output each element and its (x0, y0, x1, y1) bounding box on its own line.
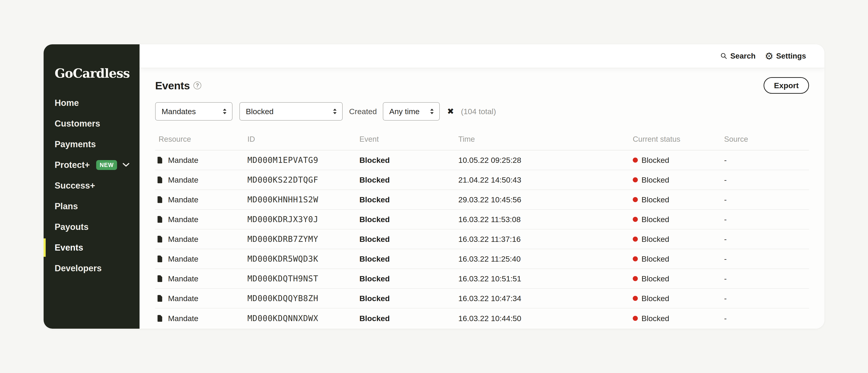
id-cell: MD000KDR5WQD3K (247, 254, 360, 263)
resource-cell: Mandate (155, 175, 247, 184)
status-label: Blocked (642, 274, 669, 283)
search-label: Search (730, 52, 755, 60)
sidebar-item-developers[interactable]: Developers (43, 258, 140, 279)
sidebar-item-customers[interactable]: Customers (43, 113, 140, 134)
table-body: Mandate MD000M1EPVATG9 Blocked 10.05.22 … (155, 150, 809, 328)
table-row[interactable]: Mandate MD000KDQTH9NST Blocked 16.03.22 … (155, 269, 809, 289)
event-filter-value: Blocked (246, 107, 274, 116)
export-button[interactable]: Export (764, 77, 809, 94)
resource-cell: Mandate (155, 156, 247, 165)
settings-label: Settings (776, 52, 806, 60)
table-row[interactable]: Mandate MD000KS22DTQGF Blocked 21.04.22 … (155, 170, 809, 190)
sidebar-item-label: Customers (55, 119, 100, 128)
sidebar-item-payouts[interactable]: Payouts (43, 217, 140, 237)
page-title: Events (155, 79, 190, 92)
source-cell: - (724, 195, 809, 204)
resource-cell: Mandate (155, 195, 247, 204)
sidebar-nav: Home Customers Payments Protect+ NEW Suc… (43, 92, 140, 279)
resource-cell: Mandate (155, 294, 247, 303)
resource-label: Mandate (168, 175, 198, 184)
document-icon (157, 235, 163, 243)
resource-cell: Mandate (155, 235, 247, 244)
sidebar-item-plans[interactable]: Plans (43, 196, 140, 217)
time-cell: 16.03.22 11:25:40 (458, 255, 633, 263)
gocardless-logo: GoCardless (55, 66, 130, 81)
created-filter-value: Any time (389, 107, 420, 116)
main-card: Search ⚙ Settings Events ? Export (140, 44, 825, 329)
document-icon (157, 275, 163, 282)
table-row[interactable]: Mandate MD000KHNHH1S2W Blocked 29.03.22 … (155, 190, 809, 210)
help-icon[interactable]: ? (193, 82, 201, 89)
time-cell: 16.03.22 10:47:34 (458, 294, 633, 303)
column-header: Time (458, 135, 633, 144)
resource-cell: Mandate (155, 274, 247, 283)
table-row[interactable]: Mandate MD000KDRB7ZYMY Blocked 16.03.22 … (155, 229, 809, 249)
status-label: Blocked (642, 215, 669, 224)
column-header: Resource (155, 135, 247, 144)
status-dot-icon (633, 236, 638, 241)
event-cell: Blocked (360, 294, 458, 303)
table-row[interactable]: Mandate MD000KDQQYB8ZH Blocked 16.03.22 … (155, 289, 809, 309)
sidebar-item-label: Success+ (55, 181, 95, 191)
search-icon (720, 52, 727, 60)
chevron-down-icon (123, 163, 129, 167)
event-cell: Blocked (360, 195, 458, 204)
resource-cell: Mandate (155, 314, 247, 323)
resource-label: Mandate (168, 274, 198, 283)
filter-bar: Mandates Blocked Created Any time (155, 102, 809, 121)
column-header: Current status (633, 135, 724, 144)
source-cell: - (724, 156, 809, 165)
event-cell: Blocked (360, 274, 458, 283)
id-cell: MD000KS22DTQGF (247, 175, 360, 184)
search-button[interactable]: Search (720, 52, 755, 60)
select-arrows-icon (222, 108, 227, 115)
table-row[interactable]: Mandate MD000KDRJX3Y0J Blocked 16.03.22 … (155, 210, 809, 229)
document-icon (157, 196, 163, 203)
settings-button[interactable]: ⚙ Settings (765, 51, 806, 61)
app-shell: GoCardless Home Customers Payments Prote… (43, 44, 825, 329)
id-cell: MD000KDRJX3Y0J (247, 215, 360, 224)
status-dot-icon (633, 197, 638, 202)
time-cell: 16.03.22 11:37:16 (458, 235, 633, 244)
status-dot-icon (633, 157, 638, 163)
resource-filter-value: Mandates (162, 107, 196, 116)
time-cell: 21.04.22 14:50:43 (458, 175, 633, 184)
sidebar-item-payments[interactable]: Payments (43, 134, 140, 154)
status-cell: Blocked (633, 215, 724, 224)
resource-cell: Mandate (155, 255, 247, 263)
status-dot-icon (633, 217, 638, 222)
resource-label: Mandate (168, 294, 198, 303)
source-cell: - (724, 175, 809, 184)
column-header: Source (724, 135, 809, 144)
created-filter-select[interactable]: Any time (383, 102, 440, 121)
new-badge: NEW (96, 160, 117, 170)
sidebar-item-success[interactable]: Success+ (43, 175, 140, 196)
table-row[interactable]: Mandate MD000KDQNNXDWX Blocked 16.03.22 … (155, 309, 809, 328)
status-label: Blocked (642, 294, 669, 303)
status-cell: Blocked (633, 195, 724, 204)
source-cell: - (724, 294, 809, 303)
resource-filter-select[interactable]: Mandates (155, 102, 232, 121)
clear-filter-icon[interactable]: ✖ (447, 107, 454, 116)
sidebar-item-home[interactable]: Home (43, 92, 140, 113)
status-dot-icon (633, 296, 638, 301)
sidebar-item-label: Developers (55, 263, 102, 273)
document-icon (157, 255, 163, 262)
event-filter-select[interactable]: Blocked (239, 102, 343, 121)
resource-cell: Mandate (155, 215, 247, 224)
status-label: Blocked (642, 195, 669, 204)
table-row[interactable]: Mandate MD000M1EPVATG9 Blocked 10.05.22 … (155, 150, 809, 170)
sidebar-item-label: Events (55, 243, 83, 253)
status-cell: Blocked (633, 255, 724, 263)
document-icon (157, 315, 163, 322)
event-cell: Blocked (360, 255, 458, 263)
status-cell: Blocked (633, 156, 724, 165)
resource-label: Mandate (168, 195, 198, 204)
resource-label: Mandate (168, 255, 198, 263)
table-row[interactable]: Mandate MD000KDR5WQD3K Blocked 16.03.22 … (155, 249, 809, 269)
id-cell: MD000KDQQYB8ZH (247, 294, 360, 303)
sidebar-item-events[interactable]: Events (43, 237, 140, 258)
created-label: Created (349, 107, 377, 116)
sidebar-item-protect[interactable]: Protect+ NEW (43, 154, 140, 175)
status-cell: Blocked (633, 235, 724, 244)
